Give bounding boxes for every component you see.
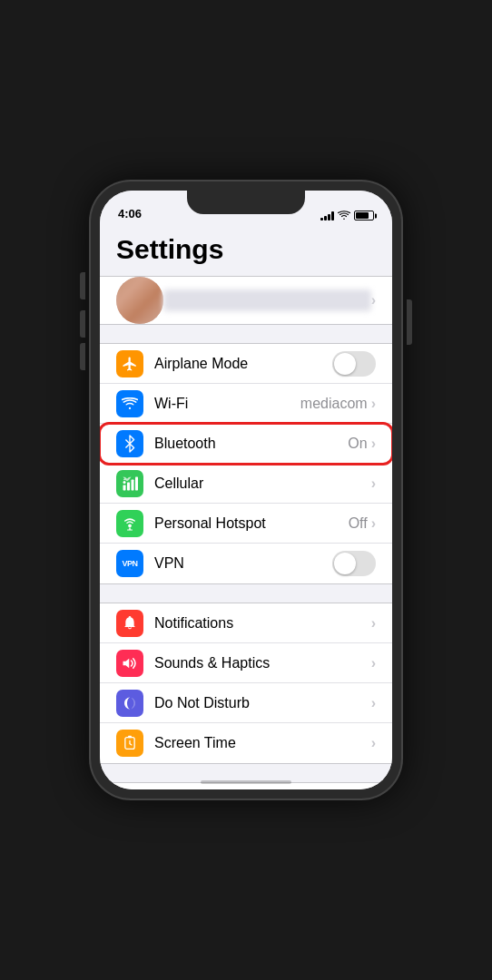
cellular-row[interactable]: Cellular › — [100, 464, 392, 504]
cellular-label: Cellular — [154, 475, 371, 492]
general-row[interactable]: General › — [100, 783, 392, 789]
profile-chevron: › — [371, 292, 376, 309]
vpn-toggle[interactable] — [332, 551, 376, 576]
battery-icon — [354, 211, 374, 220]
svg-marker-10 — [123, 658, 130, 668]
wifi-row[interactable]: Wi-Fi mediacom › — [100, 384, 392, 424]
sounds-chevron: › — [371, 655, 376, 671]
home-indicator — [201, 780, 291, 784]
wifi-status-icon — [338, 211, 350, 220]
svg-rect-0 — [123, 485, 126, 490]
svg-rect-1 — [127, 482, 130, 490]
dnd-chevron: › — [371, 695, 376, 711]
airplane-mode-label: Airplane Mode — [154, 356, 332, 372]
status-time: 4:06 — [118, 207, 142, 220]
notifications-row[interactable]: Notifications › — [100, 603, 392, 643]
airplane-mode-row[interactable]: Airplane Mode — [100, 344, 392, 384]
screen-time-chevron: › — [371, 735, 376, 751]
wifi-chevron: › — [371, 396, 376, 412]
airplane-mode-toggle[interactable] — [332, 351, 376, 377]
svg-rect-12 — [128, 736, 132, 739]
vpn-icon-text: VPN — [122, 559, 137, 568]
svg-point-4 — [123, 481, 126, 484]
wifi-label: Wi-Fi — [154, 396, 300, 412]
profile-info — [163, 289, 371, 311]
profile-section: › — [100, 276, 392, 325]
notifications-label: Notifications — [154, 615, 371, 632]
screen-time-label: Screen Time — [154, 735, 371, 751]
dnd-icon — [116, 690, 143, 717]
svg-point-6 — [128, 524, 132, 527]
notch — [187, 191, 305, 214]
avatar — [116, 277, 163, 324]
hotspot-icon — [116, 510, 143, 537]
sounds-label: Sounds & Haptics — [154, 655, 371, 671]
connectivity-section: Airplane Mode Wi-Fi mediacom — [100, 343, 392, 584]
page-title: Settings — [100, 225, 392, 276]
general-icon — [116, 789, 143, 790]
cellular-chevron: › — [371, 475, 376, 492]
screen-time-icon — [116, 730, 143, 757]
notifications-icon — [116, 610, 143, 637]
svg-rect-2 — [132, 479, 134, 490]
svg-rect-8 — [127, 529, 133, 530]
vpn-label: VPN — [154, 555, 332, 572]
dnd-row[interactable]: Do Not Disturb › — [100, 683, 392, 723]
sounds-icon — [116, 650, 143, 677]
cellular-icon — [116, 470, 143, 497]
svg-rect-9 — [129, 616, 132, 618]
screen-time-row[interactable]: Screen Time › — [100, 723, 392, 763]
airplane-mode-icon — [116, 350, 143, 377]
personal-hotspot-chevron: › — [371, 515, 376, 532]
notifications-chevron: › — [371, 615, 376, 632]
vpn-icon: VPN — [116, 550, 143, 577]
personal-hotspot-row[interactable]: Personal Hotspot Off › — [100, 504, 392, 544]
bluetooth-icon — [116, 430, 143, 457]
personal-hotspot-label: Personal Hotspot — [154, 515, 349, 532]
personal-hotspot-value: Off — [349, 515, 368, 532]
vpn-row[interactable]: VPN VPN — [100, 544, 392, 583]
sounds-row[interactable]: Sounds & Haptics › — [100, 643, 392, 683]
bluetooth-value: On — [348, 436, 367, 452]
screen-content[interactable]: Settings › — [100, 225, 392, 789]
svg-rect-3 — [135, 476, 138, 490]
bluetooth-row[interactable]: Bluetooth On › — [100, 424, 392, 464]
wifi-value: mediacom — [300, 396, 368, 412]
phone-frame: 4:06 — [91, 181, 401, 799]
signal-icon — [320, 211, 334, 220]
notifications-section: Notifications › Sounds & Haptics › — [100, 603, 392, 764]
status-icons — [320, 211, 374, 220]
dnd-label: Do Not Disturb — [154, 695, 371, 711]
wifi-icon — [116, 390, 143, 417]
bluetooth-label: Bluetooth — [154, 436, 348, 452]
profile-row[interactable]: › — [100, 277, 392, 324]
bluetooth-chevron: › — [371, 436, 376, 452]
phone-screen: 4:06 — [100, 191, 392, 789]
